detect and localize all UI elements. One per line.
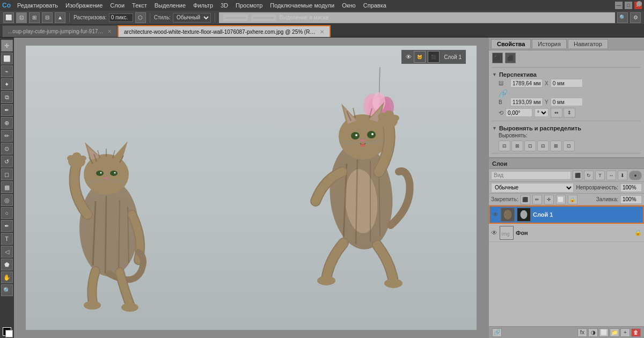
menu-item-layers[interactable]: Слои [107,1,128,10]
layers-search[interactable] [491,171,571,180]
toolbar-mode-btn5[interactable]: ▲ [55,12,65,23]
opacity-input[interactable] [620,183,642,192]
panel-tab-navigator[interactable]: Навигатор [568,39,608,48]
layers-filter-btn2[interactable]: ↻ [584,171,594,180]
tool-history-brush[interactable]: ↺ [1,156,13,167]
layers-filter-toggle[interactable]: ● [629,171,642,180]
gear-icon[interactable]: ⚙ [630,12,641,23]
layers-toolbar: ⬛ ↻ T ↔ ⬇ ● [489,169,644,182]
minimize-button[interactable]: — [615,2,623,9]
menu-item-view[interactable]: Просмотр [232,1,266,10]
menu-item-help[interactable]: Справка [360,1,390,10]
pixel-layer-icon1[interactable]: ⬛ [492,53,503,63]
tab-architecture[interactable]: architecture-wood-white-texture-floor-wa… [118,25,331,37]
align-vertical-centers[interactable]: ⊠ [550,141,562,151]
align-top-edges[interactable]: ⊟ [537,141,549,151]
toolbar-mode-btn3[interactable]: ⊞ [29,12,40,23]
layerbg-name: Фон [516,230,632,236]
pixel-layer-icon2[interactable]: ⬛ [505,53,516,63]
tool-move[interactable]: ✛ [1,40,13,52]
layerbg-visibility[interactable]: 👁 [491,229,497,237]
blend-mode-select[interactable]: Обычные [491,183,574,193]
tab-cat[interactable]: ...oup-play-cute-jump-jumping-fur-917786… [2,25,118,37]
properties-panel: ⬛ ⬛ ▼ Перспектива Ш X 🔗 [489,50,644,157]
lock-artboard-btn[interactable]: ⬜ [556,195,566,204]
tool-brush[interactable]: ✏ [1,130,13,142]
tool-eyedropper[interactable]: ✒ [1,104,13,116]
flip-v-button[interactable]: ⇕ [564,108,575,117]
panel-tab-history[interactable]: История [532,39,567,48]
tool-gradient[interactable]: ▦ [1,181,13,193]
layer-row-1[interactable]: 👁 Слой 1 [489,205,644,224]
toolbar-shape-btn[interactable]: ⬡ [135,12,146,23]
toolbar-mode-btn1[interactable]: ⬜ [3,12,14,23]
fill-input[interactable] [620,195,642,204]
lock-all-btn[interactable]: 🔒 [568,195,577,204]
adjustment-layer-btn[interactable]: ⬜ [599,328,609,337]
tool-clone[interactable]: ⊙ [1,143,13,155]
add-mask-btn[interactable]: ◑ [588,328,598,337]
menu-item-select[interactable]: Выделение [151,1,189,10]
tool-healing[interactable]: ⊕ [1,117,13,129]
svg-point-50 [367,131,376,138]
lock-icon[interactable]: 🔗 [499,89,508,98]
lock-image-btn[interactable]: ✏ [532,195,542,204]
menu-item-3d[interactable]: 3D [217,1,231,10]
h-input[interactable] [510,98,543,106]
layers-filter-btn4[interactable]: ↔ [606,171,616,180]
menu-item-window[interactable]: Окно [339,1,359,10]
tool-select-rect[interactable]: ⬜ [1,53,13,64]
panel-tab-properties[interactable]: Свойства [491,39,531,48]
tool-dodge[interactable]: ○ [1,207,13,219]
tool-crop[interactable]: ⧉ [1,91,13,103]
lock-transparent-btn[interactable]: ⬛ [521,195,530,204]
layer-fx-btn[interactable]: fx [577,328,587,337]
tool-magic-wand[interactable]: ✦ [1,78,13,90]
tool-lasso[interactable]: ⌁ [1,65,13,77]
maximize-button[interactable]: □ [625,2,632,9]
tool-text[interactable]: T [1,233,13,245]
angle-input[interactable] [506,108,532,117]
align-right-edges[interactable]: ⊡ [524,141,536,151]
flip-h-button[interactable]: ⇔ [551,108,562,117]
tool-path-select[interactable]: ◁ [1,246,13,258]
layer-row-bg[interactable]: 👁 img Фон 🔒 [489,224,644,242]
tool-blur[interactable]: ◎ [1,194,13,206]
tab-architecture-close[interactable]: ✕ [320,29,324,35]
layer1-visibility[interactable]: 👁 [492,211,499,218]
layers-filter-btn5[interactable]: ⬇ [618,171,627,180]
new-layer-btn[interactable]: + [620,328,630,337]
new-group-btn[interactable]: 📁 [610,328,619,337]
menu-item-text[interactable]: Текст [129,1,150,10]
style-select[interactable]: Обычный [173,13,211,23]
x-input[interactable] [551,79,583,87]
angle-select[interactable]: ° [535,108,548,117]
lock-position-btn[interactable]: ✛ [544,195,554,204]
tool-hand[interactable]: ✋ [1,271,13,283]
w-input[interactable] [510,79,543,87]
align-horizontal-centers[interactable]: ⊠ [511,141,523,151]
y-input[interactable] [551,98,583,106]
toolbar-mode-btn4[interactable]: ⊟ [42,12,53,23]
menu-item-filter[interactable]: Фильтр [190,1,216,10]
align-left-edges[interactable]: ⊟ [499,141,510,151]
background-color[interactable] [5,330,13,337]
tool-shape[interactable]: ⬟ [1,259,13,270]
tab-cat-close[interactable]: ✕ [107,28,112,34]
link-layers-btn[interactable]: 🔗 [492,328,502,337]
menu-item-plugins[interactable]: Подключаемые модули [267,1,338,10]
layers-filter-btn1[interactable]: ⬛ [573,171,582,180]
tool-zoom[interactable]: 🔍 [1,284,13,296]
align-bottom-edges[interactable]: ⊡ [563,141,575,151]
rasterize-input[interactable] [109,13,133,22]
layers-filter-btn3[interactable]: T [595,171,605,180]
toolbar: ⬜ ⊡ ⊞ ⊟ ▲ Растеризова: ⬡ Стиль: Обычный … [0,11,644,25]
menu-item-edit[interactable]: Редактировать [14,1,61,10]
search-icon[interactable]: 🔍 [617,12,628,23]
foreground-color[interactable] [3,327,11,336]
tool-pen[interactable]: ✒ [1,220,13,232]
delete-layer-btn[interactable]: 🗑 [631,328,641,337]
tool-eraser[interactable]: ◻ [1,168,13,180]
menu-item-image[interactable]: Изображение [62,1,106,10]
toolbar-mode-btn2[interactable]: ⊡ [16,12,27,23]
